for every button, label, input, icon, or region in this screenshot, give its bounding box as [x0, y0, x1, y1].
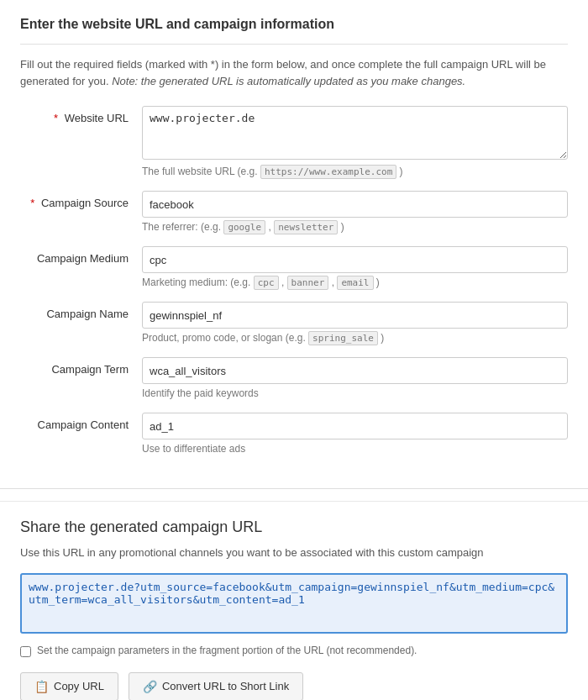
campaign-name-field-wrap: Product, promo code, or slogan (e.g. spr…: [142, 302, 568, 344]
hint-code-newsletter: newsletter: [274, 220, 338, 234]
campaign-name-row: Campaign Name Product, promo code, or sl…: [20, 302, 568, 344]
convert-url-button[interactable]: 🔗 Convert URL to Short Link: [129, 672, 303, 701]
campaign-content-input[interactable]: [142, 413, 568, 439]
hint-code-google: google: [223, 220, 265, 234]
page-title: Enter the website URL and campaign infor…: [20, 17, 568, 45]
website-url-row: * Website URL www.projecter.de The full …: [20, 106, 568, 177]
campaign-medium-label: Campaign Medium: [20, 246, 142, 266]
required-star-source: *: [30, 197, 34, 209]
campaign-term-input[interactable]: [142, 357, 568, 384]
campaign-term-label: Campaign Term: [20, 357, 142, 377]
hint-code-spring-sale: spring_sale: [308, 331, 378, 345]
campaign-medium-row: Campaign Medium Marketing medium: (e.g. …: [20, 246, 568, 288]
fragment-checkbox-row: Set the campaign parameters in the fragm…: [20, 645, 568, 657]
campaign-medium-hint: Marketing medium: (e.g. cpc , banner , e…: [142, 276, 568, 288]
hint-code-banner: banner: [287, 276, 329, 290]
intro-text: Fill out the required fields (marked wit…: [20, 56, 568, 89]
share-title: Share the generated campaign URL: [20, 518, 568, 536]
campaign-source-field-wrap: The referrer: (e.g. google , newsletter …: [142, 191, 568, 233]
required-star: *: [54, 112, 58, 124]
copy-url-label: Copy URL: [54, 680, 104, 692]
website-url-hint: The full website URL (e.g. https://www.e…: [142, 166, 568, 177]
website-url-input[interactable]: www.projecter.de: [142, 106, 568, 160]
campaign-content-label: Campaign Content: [20, 413, 142, 433]
generated-url-textarea[interactable]: www.projecter.de?utm_source=facebook&utm…: [20, 573, 568, 634]
campaign-content-row: Campaign Content Use to differentiate ad…: [20, 413, 568, 455]
hint-code-cpc: cpc: [254, 276, 279, 290]
website-url-field-wrap: www.projecter.de The full website URL (e…: [142, 106, 568, 177]
campaign-term-field-wrap: Identify the paid keywords: [142, 357, 568, 399]
campaign-medium-field-wrap: Marketing medium: (e.g. cpc , banner , e…: [142, 246, 568, 288]
action-buttons: 📋 Copy URL 🔗 Convert URL to Short Link: [20, 672, 568, 701]
campaign-name-hint: Product, promo code, or slogan (e.g. spr…: [142, 332, 568, 344]
campaign-term-row: Campaign Term Identify the paid keywords: [20, 357, 568, 399]
campaign-name-label: Campaign Name: [20, 302, 142, 322]
campaign-term-hint: Identify the paid keywords: [142, 387, 568, 399]
copy-icon: 📋: [34, 680, 49, 693]
campaign-medium-input[interactable]: [142, 246, 568, 273]
share-description: Use this URL in any promotional channels…: [20, 545, 568, 561]
convert-url-label: Convert URL to Short Link: [162, 680, 289, 692]
campaign-content-field-wrap: Use to differentiate ads: [142, 413, 568, 455]
share-section: Share the generated campaign URL Use thi…: [0, 501, 588, 700]
fragment-checkbox-label[interactable]: Set the campaign parameters in the fragm…: [37, 645, 417, 656]
fragment-checkbox[interactable]: [20, 646, 31, 657]
copy-url-button[interactable]: 📋 Copy URL: [20, 672, 118, 701]
campaign-source-label: * Campaign Source: [20, 191, 142, 211]
link-icon: 🔗: [143, 680, 157, 693]
campaign-name-input[interactable]: [142, 302, 568, 329]
campaign-source-hint: The referrer: (e.g. google , newsletter …: [142, 221, 568, 233]
campaign-source-input[interactable]: [142, 191, 568, 218]
hint-code-email: email: [337, 276, 373, 290]
hint-code-url: https://www.example.com: [260, 165, 396, 179]
campaign-source-row: * Campaign Source The referrer: (e.g. go…: [20, 191, 568, 233]
campaign-content-hint: Use to differentiate ads: [142, 443, 568, 455]
website-url-label: * Website URL: [20, 106, 142, 126]
